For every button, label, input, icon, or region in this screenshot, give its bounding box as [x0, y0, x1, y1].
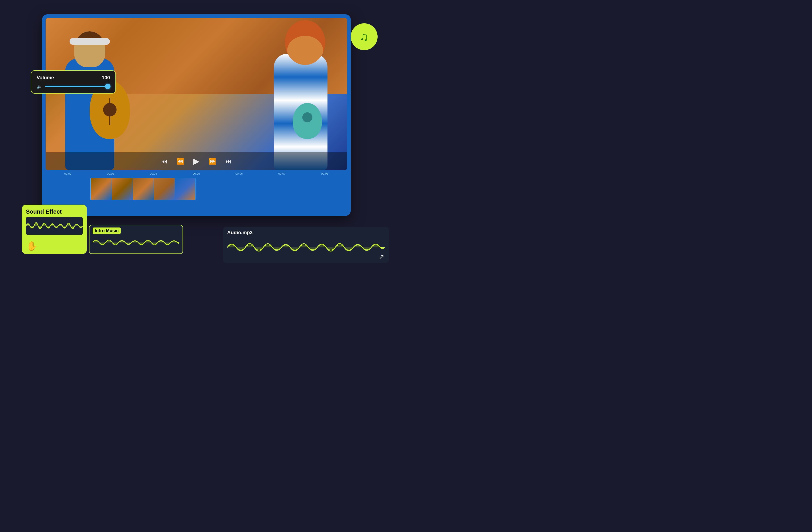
sound-effect-waveform — [26, 217, 83, 235]
timeline-ruler: 00:02 00:03 00:04 00:05 00:06 00:07 00:0… — [46, 170, 347, 177]
volume-value: 100 — [102, 75, 110, 81]
volume-slider-track[interactable] — [45, 86, 110, 87]
skip-back-button[interactable]: ⏮ — [161, 158, 168, 165]
time-mark-7: 00:08 — [303, 172, 346, 175]
time-mark-3: 00:04 — [132, 172, 175, 175]
intro-music-waveform — [92, 236, 179, 249]
volume-popup: Volume 100 🔈 — [31, 70, 116, 94]
music-icon-circle: ♫ — [351, 23, 378, 50]
video-thumbnails-track — [90, 178, 195, 200]
thumb-3 — [133, 178, 154, 200]
video-player: ⏮ ⏪ ▶ ⏩ ⏭ 00:02 00:03 00:04 00:05 00:06 … — [42, 14, 351, 216]
timeline-tracks — [46, 178, 347, 211]
ukulele — [287, 103, 328, 148]
intro-music-track[interactable]: Intro Music — [89, 225, 183, 254]
audio-mp3-label: Audio.mp3 — [227, 230, 385, 236]
music-note-icon: ♫ — [360, 30, 368, 43]
person-right-hair — [285, 20, 325, 65]
volume-header: Volume 100 — [37, 75, 110, 81]
person-right-area — [205, 18, 332, 170]
scene: ♫ — [24, 10, 382, 256]
thumb-5 — [175, 178, 195, 200]
arrow-cursor-icon: ↗ — [379, 253, 384, 261]
volume-label: Volume — [37, 75, 54, 81]
person-left-area — [61, 18, 197, 170]
time-mark-2: 00:03 — [89, 172, 132, 175]
video-controls-bar: ⏮ ⏪ ▶ ⏩ ⏭ — [46, 152, 347, 170]
fast-forward-button[interactable]: ⏩ — [208, 158, 216, 165]
volume-slider-row[interactable]: 🔈 — [37, 84, 110, 89]
thumb-2 — [112, 178, 133, 200]
video-frame: ⏮ ⏪ ▶ ⏩ ⏭ — [46, 18, 347, 170]
hand-cursor-icon: ✋ — [26, 241, 38, 251]
person-left-head — [74, 31, 105, 67]
audio-mp3-track[interactable]: Audio.mp3 ↗ — [223, 227, 389, 263]
thumb-1 — [91, 178, 112, 200]
play-button[interactable]: ▶ — [193, 156, 200, 166]
time-mark-6: 00:07 — [261, 172, 303, 175]
speaker-icon: 🔈 — [37, 84, 42, 89]
volume-slider-thumb[interactable] — [105, 84, 111, 89]
rewind-button[interactable]: ⏪ — [176, 158, 184, 165]
volume-slider-fill — [45, 86, 110, 87]
sound-effect-card[interactable]: Sound Effect ✋ — [22, 205, 87, 254]
time-mark-5: 00:06 — [218, 172, 260, 175]
video-content: ⏮ ⏪ ▶ ⏩ ⏭ — [46, 18, 347, 170]
thumb-4 — [154, 178, 175, 200]
time-mark-1: 00:02 — [46, 172, 89, 175]
audio-mp3-waveform — [227, 237, 385, 257]
skip-forward-button[interactable]: ⏭ — [225, 158, 232, 165]
sound-effect-label: Sound Effect — [26, 208, 83, 215]
time-mark-4: 00:05 — [175, 172, 218, 175]
intro-music-label: Intro Music — [92, 227, 121, 234]
